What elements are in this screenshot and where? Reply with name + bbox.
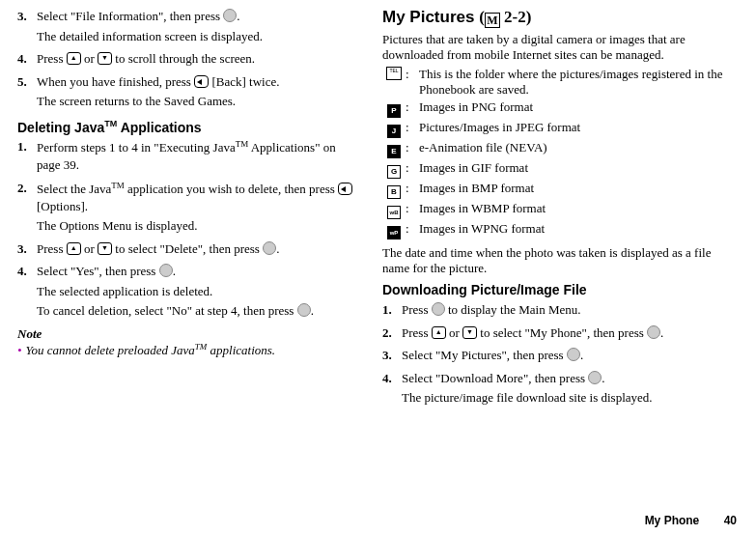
downloading-heading: Downloading Picture/Image File (382, 282, 730, 297)
step-number: 4. (382, 370, 402, 409)
format-list: : This is the folder where the pictures/… (382, 67, 730, 239)
note-heading: Note (17, 326, 355, 342)
my-pictures-heading: My Pictures (M 2-2) (382, 8, 730, 28)
step-text: application you wish to delete, then pre… (125, 182, 338, 196)
step-text: . (602, 371, 604, 385)
format-desc: Images in PNG format (419, 99, 730, 115)
step-text: to display the Main Menu. (445, 302, 581, 317)
step-number: 5. (17, 73, 37, 113)
format-desc: Pictures/Images in JPEG format (419, 120, 730, 135)
list-item: 4. Select "Yes", then press . The select… (17, 263, 355, 323)
footer-page-number: 40 (724, 514, 737, 527)
wpng-icon: wP (387, 226, 401, 239)
up-key-icon (67, 52, 81, 65)
phonebook-folder-icon (386, 67, 402, 80)
up-key-icon (67, 242, 81, 255)
ok-key-icon (567, 348, 580, 361)
step-text: Press (402, 325, 432, 340)
step-text: When you have finished, press (37, 74, 194, 89)
neva-icon: E (387, 145, 401, 158)
step-subtext: To cancel deletion, select "No" at step … (37, 303, 297, 318)
step-number: 1. (382, 301, 402, 322)
format-row: G : Images in GIF format (382, 160, 730, 179)
options-key-icon (338, 183, 352, 195)
list-item: 1. Perform steps 1 to 4 in "Executing Ja… (17, 138, 355, 176)
wbmp-icon: wB (387, 206, 401, 219)
format-row: wB : Images in WBMP format (382, 201, 730, 219)
format-desc: Images in BMP format (419, 181, 730, 196)
step-number: 1. (17, 138, 37, 176)
step-number: 2. (382, 324, 402, 345)
right-column: My Pictures (M 2-2) Pictures that are ta… (382, 8, 730, 412)
list-item: 3. Press or to select "Delete", then pre… (17, 240, 355, 261)
down-key-icon (98, 242, 112, 255)
step-subtext: The picture/image file download site is … (402, 389, 730, 407)
ok-key-icon (588, 371, 602, 384)
step-text: or (81, 241, 98, 256)
step-text: Press (37, 51, 67, 66)
back-key-icon (194, 75, 209, 88)
step-text: Select "My Pictures", then press (402, 348, 567, 362)
ok-key-icon (647, 325, 660, 339)
format-row: wP : Images in WPNG format (382, 221, 730, 239)
note-body: •You cannot delete preloaded JavaTM appl… (17, 342, 355, 358)
step-text: Press (37, 241, 67, 256)
intro-paragraph: Pictures that are taken by a digital cam… (382, 32, 730, 63)
format-desc: This is the folder where the pictures/im… (419, 67, 730, 98)
step-text: Select "Yes", then press (37, 264, 159, 278)
step-subtext: The screen returns to the Saved Games. (37, 93, 355, 110)
list-item: 2. Press or to select "My Phone", then p… (382, 324, 730, 345)
step-text: Select "File Information", then press (37, 9, 223, 23)
step-number: 2. (17, 180, 37, 238)
ok-key-icon (432, 302, 445, 316)
step-text: to scroll through the screen. (112, 51, 255, 66)
step-text: [Options]. (37, 199, 88, 213)
list-item: 3. Select "File Information", then press… (17, 8, 355, 47)
format-desc: Images in WPNG format (419, 221, 730, 237)
ok-key-icon (223, 9, 237, 22)
step-text: to select "Delete", then press (112, 241, 263, 256)
date-note: The date and time when the photo was tak… (382, 245, 730, 276)
down-key-icon (462, 326, 477, 339)
step-text: or (81, 51, 98, 66)
ok-key-icon (159, 264, 173, 277)
list-item: 2. Select the JavaTM application you wis… (17, 180, 355, 238)
step-number: 3. (382, 347, 402, 367)
format-desc: Images in GIF format (419, 160, 730, 176)
format-row: P : Images in PNG format (382, 99, 730, 118)
step-text: . (580, 348, 583, 362)
list-item: 4. Select "Download More", then press . … (382, 370, 730, 409)
page-footer: My Phone 40 (645, 514, 737, 527)
step-text: . (311, 303, 314, 318)
jpeg-icon: J (387, 125, 401, 138)
step-text: [Back] twice. (209, 74, 279, 89)
step-number: 4. (17, 263, 37, 323)
step-text: Select the Java (37, 182, 111, 196)
step-text: . (173, 264, 176, 278)
down-key-icon (98, 52, 112, 65)
step-subtext: The Options Menu is displayed. (37, 217, 355, 235)
step-number: 4. (17, 50, 37, 70)
format-row: : This is the folder where the pictures/… (382, 67, 730, 98)
left-column: 3. Select "File Information", then press… (17, 8, 355, 412)
deleting-steps: 1. Perform steps 1 to 4 in "Executing Ja… (17, 138, 355, 323)
format-desc: e-Animation file (NEVA) (419, 140, 730, 155)
step-number: 3. (17, 8, 37, 47)
list-item: 4. Press or to scroll through the screen… (17, 50, 355, 70)
ok-key-icon (297, 303, 311, 317)
download-steps: 1. Press to display the Main Menu. 2. Pr… (382, 301, 730, 409)
step-text: . (660, 325, 663, 340)
list-item: 3. Select "My Pictures", then press . (382, 347, 730, 367)
step-text: Select "Download More", then press (402, 371, 588, 385)
step-text: to select "My Phone", then press (477, 325, 647, 340)
format-desc: Images in WBMP format (419, 201, 730, 216)
format-row: E : e-Animation file (NEVA) (382, 140, 730, 158)
list-item: 1. Press to display the Main Menu. (382, 301, 730, 322)
ok-key-icon (263, 241, 276, 255)
format-row: J : Pictures/Images in JPEG format (382, 120, 730, 138)
gif-icon: G (387, 165, 401, 179)
list-item: 5. When you have finished, press [Back] … (17, 73, 355, 113)
step-text: Press (402, 302, 432, 317)
step-text: . (237, 9, 239, 23)
up-key-icon (432, 326, 446, 339)
